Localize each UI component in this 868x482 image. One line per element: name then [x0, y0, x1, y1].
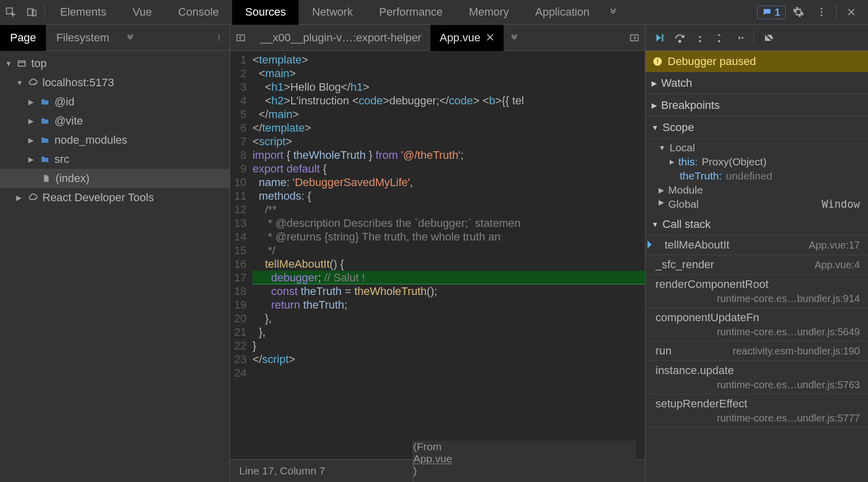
watch-section[interactable]: ▶Watch	[645, 72, 868, 94]
svg-rect-12	[662, 34, 664, 41]
tree-folder-src[interactable]: ▶src	[0, 150, 230, 169]
devtools-toolbar: ElementsVueConsoleSourcesNetworkPerforma…	[0, 0, 868, 25]
scope-thetruth[interactable]: theTruth: undefined	[645, 169, 868, 183]
file-tree: ▼ top ▼ localhost:5173 ▶@id▶@vite▶node_m…	[0, 51, 230, 482]
callstack-frame[interactable]: runreactivity.esm-bundler.js:190	[645, 341, 868, 361]
debugger-paused-banner: Debugger paused	[645, 51, 868, 72]
callstack-frame[interactable]: tellMeAboutItApp.vue:17	[645, 235, 868, 255]
tab-memory[interactable]: Memory	[456, 0, 522, 25]
sidebar-toggle-icon[interactable]	[624, 27, 645, 48]
tree-folder-vite[interactable]: ▶@vite	[0, 111, 230, 131]
more-tabs-icon[interactable]	[603, 2, 624, 23]
filesystem-tab[interactable]: Filesystem	[46, 25, 119, 51]
svg-point-3	[821, 8, 823, 10]
feedback-button[interactable]: 1	[757, 6, 786, 19]
svg-point-15	[718, 40, 720, 42]
tree-top[interactable]: ▼ top	[0, 54, 230, 73]
tree-folder-nodemodules[interactable]: ▶node_modules	[0, 131, 230, 150]
svg-rect-19	[657, 63, 658, 64]
svg-point-13	[679, 40, 681, 42]
feedback-count: 1	[775, 7, 780, 18]
tab-sources[interactable]: Sources	[232, 0, 299, 25]
left-kebab-icon[interactable]	[208, 27, 230, 48]
code-editor[interactable]: 123456789101112131415161718192021222324 …	[230, 51, 645, 459]
svg-rect-10	[237, 35, 245, 41]
callstack-frame[interactable]: renderComponentRootruntime-core.es…bundl…	[645, 275, 868, 308]
status-bar: Line 17, Column 7 (From App.vue) Coverag…	[230, 459, 645, 482]
resume-icon[interactable]	[654, 32, 665, 43]
step-icon[interactable]	[733, 32, 744, 43]
kebab-menu-icon[interactable]	[811, 2, 832, 23]
tree-folder-id[interactable]: ▶@id	[0, 92, 230, 111]
callstack-frame[interactable]: instance.updateruntime-core.es…undler.js…	[645, 361, 868, 394]
debugger-controls	[645, 25, 868, 51]
file-icon	[40, 174, 51, 183]
svg-point-6	[219, 35, 220, 36]
tab-application[interactable]: Application	[522, 0, 603, 25]
callstack-frame[interactable]: setupRenderEffectruntime-core.es…undler.…	[645, 394, 868, 428]
debugger-panel: Debugger paused ▶Watch ▶Breakpoints ▼Sco…	[645, 25, 868, 482]
folder-icon	[39, 116, 50, 126]
file-tab-helper[interactable]: __x00__plugin-v…:export-helper	[251, 25, 430, 51]
window-icon	[16, 59, 27, 68]
cloud-icon	[27, 193, 38, 203]
more-file-tabs-icon[interactable]	[504, 27, 525, 48]
step-into-icon[interactable]	[695, 32, 705, 43]
svg-rect-11	[631, 35, 638, 41]
tab-console[interactable]: Console	[165, 0, 232, 25]
deactivate-breakpoints-icon[interactable]	[763, 32, 775, 44]
tab-performance[interactable]: Performance	[366, 0, 456, 25]
svg-point-14	[699, 40, 701, 42]
tree-ext[interactable]: ▶ React Developer Tools	[0, 188, 230, 207]
source-file-link[interactable]: App.vue	[413, 453, 636, 465]
callstack-section[interactable]: ▼Call stack	[645, 213, 868, 235]
step-out-icon[interactable]	[714, 32, 724, 43]
file-tab-appvue[interactable]: App.vue ✕	[430, 25, 504, 51]
settings-icon[interactable]	[788, 2, 809, 23]
svg-rect-9	[18, 61, 25, 67]
svg-rect-18	[657, 59, 658, 63]
cursor-position: Line 17, Column 7	[239, 465, 325, 477]
svg-point-8	[219, 39, 220, 40]
tab-vue[interactable]: Vue	[120, 0, 165, 25]
tab-elements[interactable]: Elements	[47, 0, 120, 25]
folder-icon	[39, 155, 50, 164]
inspect-icon[interactable]	[0, 2, 21, 23]
cloud-icon	[27, 78, 38, 88]
scope-local[interactable]: ▼Local	[645, 141, 868, 155]
svg-point-16	[742, 37, 744, 39]
scope-this[interactable]: ▶this: Proxy(Object)	[645, 155, 868, 169]
more-left-tabs-icon[interactable]	[120, 27, 141, 48]
tab-network[interactable]: Network	[299, 0, 366, 25]
step-over-icon[interactable]	[674, 32, 686, 44]
page-panel: Page Filesystem ▼ top ▼ localhost:5173 ▶…	[0, 25, 230, 482]
tree-host[interactable]: ▼ localhost:5173	[0, 73, 230, 92]
svg-point-5	[821, 15, 823, 17]
page-tab[interactable]: Page	[0, 25, 46, 51]
folder-icon	[39, 97, 50, 106]
scope-module[interactable]: ▶Module	[645, 183, 868, 197]
callstack-frame[interactable]: componentUpdateFnruntime-core.es…undler.…	[645, 308, 868, 341]
close-icon[interactable]	[841, 2, 862, 23]
device-toggle-icon[interactable]	[21, 2, 42, 23]
scope-section[interactable]: ▼Scope	[645, 116, 868, 139]
folder-icon	[39, 136, 50, 145]
tree-file-index[interactable]: (index)	[0, 169, 230, 188]
breakpoints-section[interactable]: ▶Breakpoints	[645, 94, 868, 116]
close-tab-icon[interactable]: ✕	[485, 31, 495, 44]
editor-panel: __x00__plugin-v…:export-helper App.vue ✕…	[230, 25, 645, 482]
svg-point-4	[821, 11, 823, 13]
nav-toggle-icon[interactable]	[230, 27, 251, 48]
svg-point-7	[219, 37, 220, 38]
callstack-frame[interactable]: _sfc_renderApp.vue:4	[645, 255, 868, 275]
scope-global[interactable]: ▶GlobalWindow	[645, 197, 868, 211]
